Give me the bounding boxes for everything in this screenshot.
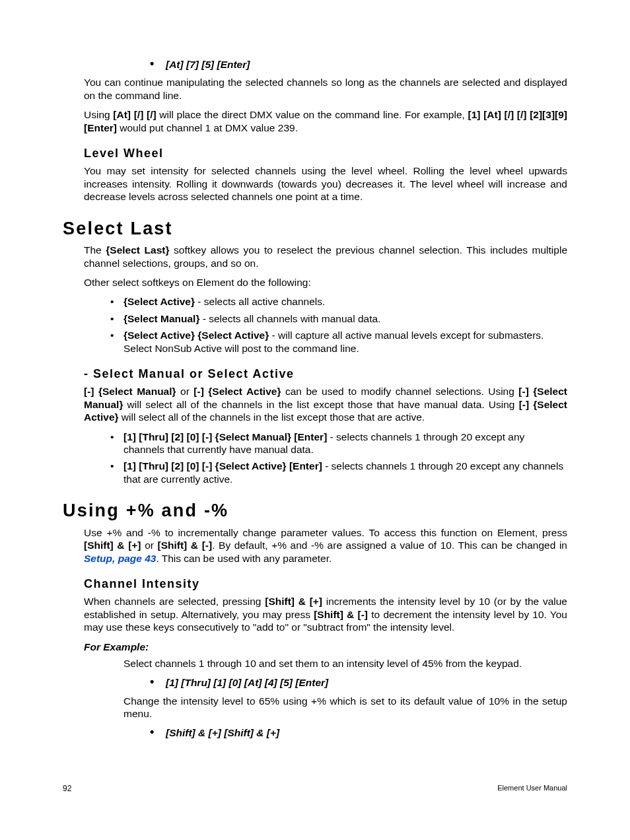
key-combo: [-] {Select Manual} <box>84 386 176 397</box>
text: will place the direct DMX value on the c… <box>157 109 468 120</box>
paragraph-level-wheel: You may set intensity for selected chann… <box>84 164 567 203</box>
paragraph-using-percent: Use +% and -% to incrementally change pa… <box>84 526 567 565</box>
list-item: [1] [Thru] [2] [0] [-] {Select Manual} [… <box>110 431 567 456</box>
keyseq-item: [Shift] & [+] [Shift] & [+] <box>150 726 567 739</box>
key-combo: [Shift] & [-] <box>158 540 213 551</box>
text: will select all of the channels in the l… <box>123 399 518 410</box>
text: Using <box>84 109 113 120</box>
setup-link[interactable]: Setup, page 43 <box>84 553 156 564</box>
page-number: 92 <box>63 784 71 794</box>
text: . This can be used with any parameter. <box>156 553 332 564</box>
list-item: {Select Active} {Select Active} - will c… <box>110 329 567 355</box>
for-example-block: Select channels 1 through 10 and set the… <box>123 657 567 740</box>
heading-using-percent: Using +% and -% <box>63 500 567 522</box>
text: . By default, +% and -% are assigned a v… <box>212 540 567 551</box>
footer-title: Element User Manual <box>497 784 567 794</box>
for-example-label: For Example: <box>84 641 567 653</box>
list-item: [1] [Thru] [2] [0] [-] {Select Active} [… <box>110 460 567 485</box>
keyseq-list-example-2: [Shift] & [+] [Shift] & [+] <box>150 726 567 739</box>
heading-level-wheel: Level Wheel <box>84 146 567 161</box>
text: or <box>176 386 194 397</box>
key-combo: [Shift] & [+] <box>84 540 141 551</box>
heading-select-manual-active: - Select Manual or Select Active <box>84 367 567 382</box>
text: would put channel 1 at DMX value 239. <box>117 122 298 133</box>
select-manual-active-list: [1] [Thru] [2] [0] [-] {Select Manual} [… <box>110 431 567 486</box>
page-footer: 92 Element User Manual <box>63 784 567 794</box>
key-combo: [Shift] & [-] <box>314 609 368 620</box>
keyseq-item: [At] [7] [5] [Enter] <box>150 58 567 71</box>
keyseq-list-example-1: [1] [Thru] [1] [0] [At] [4] [5] [Enter] <box>150 676 567 689</box>
softkey: {Select Active} {Select Active} <box>123 330 269 341</box>
key-combo: [At] [/] [/] <box>113 109 156 120</box>
text: Use +% and -% to incrementally change pa… <box>84 527 567 538</box>
example-text-2: Change the intensity level to 65% using … <box>123 695 567 720</box>
text: will select all of the channels in the l… <box>119 411 425 423</box>
paragraph-select-manual-active: [-] {Select Manual} or [-] {Select Activ… <box>84 385 567 423</box>
body-block-using-percent: Use +% and -% to incrementally change pa… <box>84 526 567 740</box>
paragraph-select-last-1: The {Select Last} softkey allows you to … <box>84 244 567 269</box>
keyseq-item: [1] [Thru] [1] [0] [At] [4] [5] [Enter] <box>150 676 567 689</box>
text: When channels are selected, pressing <box>84 596 265 607</box>
text: or <box>141 540 158 551</box>
key-combo: [Shift] & [+] <box>265 596 322 607</box>
body-block-select-last: The {Select Last} softkey allows you to … <box>84 244 567 485</box>
heading-select-last: Select Last <box>63 218 567 240</box>
heading-channel-intensity: Channel Intensity <box>84 577 567 592</box>
body-block-top: [At] [7] [5] [Enter] You can continue ma… <box>84 58 567 203</box>
key-combo: [-] {Select Active} <box>193 386 281 397</box>
paragraph-dmx: Using [At] [/] [/] will place the direct… <box>84 108 567 134</box>
paragraph-channel-intensity: When channels are selected, pressing [Sh… <box>84 595 567 633</box>
page-container: [At] [7] [5] [Enter] You can continue ma… <box>0 0 630 840</box>
text: - selects all channels with manual data. <box>199 313 380 324</box>
softkey: {Select Active} <box>123 296 195 307</box>
keyseq-list-top: [At] [7] [5] [Enter] <box>150 58 567 71</box>
select-softkeys-list: {Select Active} - selects all active cha… <box>110 295 567 355</box>
softkey: {Select Manual} <box>123 313 199 324</box>
key-combo: [1] [Thru] [2] [0] [-] {Select Manual} [… <box>123 431 327 442</box>
paragraph-select-last-2: Other select softkeys on Element do the … <box>84 276 567 289</box>
softkey: {Select Last} <box>106 244 169 256</box>
text: The <box>84 244 106 256</box>
text: can be used to modify channel selections… <box>281 386 518 397</box>
text: - selects all active channels. <box>195 296 325 307</box>
example-text-1: Select channels 1 through 10 and set the… <box>123 657 567 670</box>
list-item: {Select Manual} - selects all channels w… <box>110 312 567 325</box>
paragraph-continue: You can continue manipulating the select… <box>84 76 567 102</box>
list-item: {Select Active} - selects all active cha… <box>110 295 567 308</box>
key-combo: [1] [Thru] [2] [0] [-] {Select Active} [… <box>123 460 322 472</box>
